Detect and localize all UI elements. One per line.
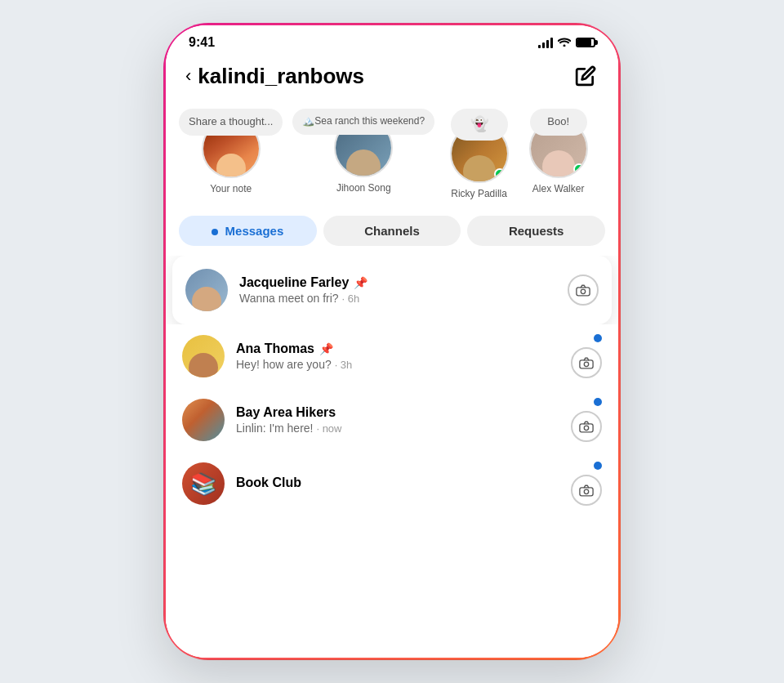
message-item-bay-hikers[interactable]: Bay Area Hikers Linlin: I'm here! · now <box>166 388 618 452</box>
svg-rect-6 <box>580 488 593 496</box>
camera-button-ana[interactable] <box>571 347 602 378</box>
status-time: 9:41 <box>189 35 215 50</box>
message-item-ana[interactable]: Ana Thomas 📌 Hey! how are you? · 3h <box>166 324 618 388</box>
camera-button-jacqueline[interactable] <box>568 275 599 306</box>
message-avatar-jacqueline <box>185 269 228 311</box>
note-label-ricky: Ricky Padilla <box>451 188 507 199</box>
message-content-jacqueline: Jacqueline Farley 📌 Wanna meet on fri? ·… <box>239 275 556 305</box>
message-name-ana: Ana Thomas <box>236 342 314 356</box>
tab-channels[interactable]: Channels <box>323 216 461 246</box>
note-bubble-jihoon: 🏔️Sea ranch this weekend? <box>292 109 434 135</box>
message-time-jacqueline: · 6h <box>342 292 360 305</box>
message-avatar-ana <box>182 335 225 377</box>
message-item-jacqueline[interactable]: Jacqueline Farley 📌 Wanna meet on fri? ·… <box>172 256 612 324</box>
message-time-ana: · 3h <box>335 359 353 371</box>
message-content-ana: Ana Thomas 📌 Hey! how are you? · 3h <box>236 342 559 371</box>
message-content-bay-hikers: Bay Area Hikers Linlin: I'm here! · now <box>236 405 559 435</box>
unread-indicator-bay-hikers <box>594 398 602 406</box>
profile-username: kalindi_ranbows <box>198 64 364 89</box>
message-avatar-bay-hikers <box>182 399 225 441</box>
tabs-section: Messages Channels Requests <box>166 209 618 256</box>
tab-dot-messages <box>212 229 218 235</box>
svg-rect-0 <box>577 288 590 296</box>
tab-requests[interactable]: Requests <box>467 216 605 246</box>
battery-icon <box>576 38 595 47</box>
note-alex[interactable]: Boo! Alex Walker <box>523 109 593 199</box>
message-item-book-club[interactable]: 📚 Book Club <box>166 452 618 516</box>
message-avatar-book-club: 📚 <box>182 462 225 505</box>
wifi-icon <box>558 36 571 49</box>
svg-point-1 <box>581 289 585 293</box>
note-label-your-note: Your note <box>210 183 252 194</box>
unread-indicator-ana <box>594 334 602 342</box>
note-label-jihoon: Jihoon Song <box>336 182 391 194</box>
note-bubble-ricky: 👻 <box>451 109 508 141</box>
status-icons <box>538 36 595 49</box>
svg-point-5 <box>584 426 588 430</box>
pin-icon-ana: 📌 <box>319 342 333 355</box>
online-indicator-alex <box>573 163 585 175</box>
back-button[interactable]: ‹ <box>185 65 191 87</box>
svg-point-3 <box>584 362 588 366</box>
svg-rect-2 <box>580 360 593 368</box>
message-actions-ana <box>571 334 602 378</box>
edit-button[interactable] <box>572 63 599 89</box>
note-label-alex: Alex Walker <box>532 183 585 194</box>
message-name-jacqueline: Jacqueline Farley <box>239 275 349 290</box>
camera-button-bay-hikers[interactable] <box>571 411 602 442</box>
message-content-book-club: Book Club <box>236 475 559 492</box>
notes-section: Share a thought... Your note 🏔️Sea ranc <box>166 99 618 209</box>
status-bar: 9:41 <box>166 25 618 56</box>
note-bubble-your-note: Share a thought... <box>179 109 283 136</box>
online-indicator-ricky <box>494 168 506 180</box>
pin-icon-jacqueline: 📌 <box>354 276 368 289</box>
signal-icon <box>538 37 553 48</box>
svg-rect-4 <box>580 424 593 432</box>
note-jihoon[interactable]: 🏔️Sea ranch this weekend? Jihoon Song <box>292 109 434 199</box>
note-ricky[interactable]: 👻 Ricky Padilla <box>444 109 514 199</box>
svg-point-7 <box>584 489 588 493</box>
note-your-note[interactable]: Share a thought... Your note <box>179 109 283 199</box>
note-bubble-alex: Boo! <box>530 109 587 136</box>
message-name-book-club: Book Club <box>236 475 301 490</box>
messages-list: Jacqueline Farley 📌 Wanna meet on fri? ·… <box>166 256 618 658</box>
header: ‹ kalindi_ranbows <box>166 56 618 99</box>
message-time-bay-hikers: · now <box>316 422 341 435</box>
message-actions-jacqueline <box>568 275 599 306</box>
tab-messages[interactable]: Messages <box>179 216 317 246</box>
message-actions-bay-hikers <box>571 398 602 442</box>
message-actions-book-club <box>571 462 602 506</box>
message-name-bay-hikers: Bay Area Hikers <box>236 405 336 420</box>
camera-button-book-club[interactable] <box>571 475 602 506</box>
unread-indicator-book-club <box>594 462 602 470</box>
